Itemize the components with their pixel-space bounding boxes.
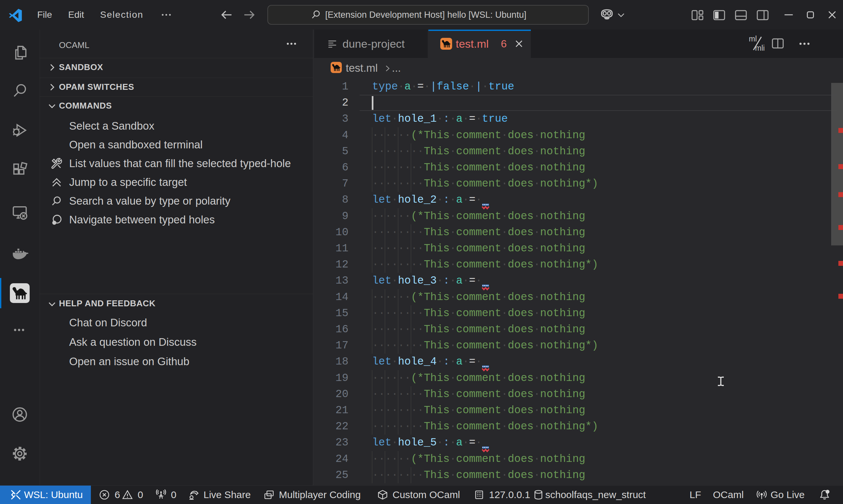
- svg-text:ml: ml: [749, 35, 757, 43]
